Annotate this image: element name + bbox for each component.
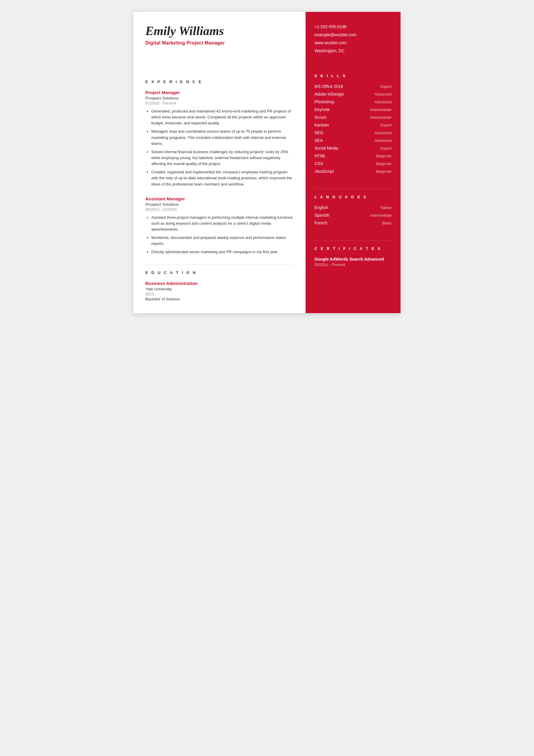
lang-french-level: Basic xyxy=(382,221,392,225)
skill-kanban: Kanban Expert xyxy=(315,122,392,127)
languages-section: L A N G U A G E S English Native Spanish… xyxy=(315,195,392,225)
job-1-title: Project Manager xyxy=(145,90,294,95)
edu-type: Bachelor of Science xyxy=(145,297,294,301)
header-left: Emily Williams Digital Marketing Project… xyxy=(134,12,306,65)
skill-scrum-level: Intermediate xyxy=(370,115,392,120)
skill-social-media: Social Media Expert xyxy=(315,146,392,150)
job-2: Assistant Manager Prospect Solutions 09/… xyxy=(145,196,294,255)
lang-french-name: French xyxy=(315,221,327,225)
education-section-title: E D U C A T I O N xyxy=(145,270,294,275)
job-2-dates: 09/2013 - 12/2014 xyxy=(145,207,294,212)
skills-section: S K I L L S MS Office 2016 Expert Adobe … xyxy=(315,74,392,174)
skill-javascript-level: Beginner xyxy=(376,169,392,174)
job-2-bullets: Assisted three project managers in perfo… xyxy=(145,215,294,255)
skill-kanban-name: Kanban xyxy=(315,122,329,127)
skill-adobe-indesign-name: Adobe InDesign xyxy=(315,92,344,96)
skills-section-title: S K I L L S xyxy=(315,74,392,78)
skill-html-level: Beginner xyxy=(376,154,392,158)
job-1-bullets: Generated, produced and maintained 42 en… xyxy=(145,108,294,187)
resume: Emily Williams Digital Marketing Project… xyxy=(134,12,400,313)
contact-location: Washington, DC xyxy=(315,48,392,54)
job-1: Project Manager Prospect Solutions 01/20… xyxy=(145,90,294,187)
job-1-bullet-2: Managed, lead and coordinated various te… xyxy=(151,128,294,146)
skill-sea-level: Advanced xyxy=(374,138,392,143)
lang-spanish: Spanish Intermediate xyxy=(315,213,392,218)
skill-seo: SEO Advanced xyxy=(315,130,392,135)
edu-degree: Business Administration xyxy=(145,281,294,286)
skill-social-media-name: Social Media xyxy=(315,146,338,150)
skill-javascript-name: JavaScript xyxy=(315,169,334,174)
skill-css-level: Beginner xyxy=(376,161,392,166)
experience-section-title: E X P E R I E N C E xyxy=(145,80,294,84)
lang-english: English Native xyxy=(315,205,392,210)
left-column: E X P E R I E N C E Project Manager Pros… xyxy=(134,65,306,313)
education-section: E D U C A T I O N Business Administratio… xyxy=(145,270,294,301)
job-2-title: Assistant Manager xyxy=(145,196,294,201)
skill-photoshop-level: Advanced xyxy=(374,100,392,104)
skill-kanban-level: Expert xyxy=(380,123,392,127)
skill-adobe-indesign-level: Advanced xyxy=(374,92,392,96)
job-1-bullet-4: Created, organized and implemented the c… xyxy=(151,169,294,187)
job-2-bullet-3: Directly administrated seven marketing a… xyxy=(151,249,294,255)
skill-adobe-indesign: Adobe InDesign Advanced xyxy=(315,92,392,96)
edu-school: Yale University xyxy=(145,287,294,291)
certificates-section: C E R T I F I C A T E S Google AdWords S… xyxy=(315,246,392,267)
edu-year: 2013 xyxy=(145,292,294,296)
skill-seo-name: SEO xyxy=(315,130,323,135)
skills-lang-divider xyxy=(315,188,392,189)
job-1-bullet-3: Solved internal financial business chall… xyxy=(151,149,294,167)
skill-ms-office: MS Office 2016 Expert xyxy=(315,84,392,89)
skill-html: HTML Beginner xyxy=(315,153,392,158)
certificates-section-title: C E R T I F I C A T E S xyxy=(315,246,392,251)
lang-french: French Basic xyxy=(315,221,392,225)
lang-cert-divider xyxy=(315,240,392,240)
lang-cert-spacer xyxy=(315,228,392,234)
lang-spanish-level: Intermediate xyxy=(370,213,392,218)
skill-photoshop: Photoshop Advanced xyxy=(315,99,392,104)
main-content: E X P E R I E N C E Project Manager Pros… xyxy=(134,65,400,313)
skill-social-media-level: Expert xyxy=(380,146,392,150)
languages-section-title: L A N G U A G E S xyxy=(315,195,392,199)
skill-keynote: Keynote Intermediate xyxy=(315,107,392,112)
skill-sea: SEA Advanced xyxy=(315,138,392,143)
job-2-bullet-1: Assisted three project managers in perfo… xyxy=(151,215,294,232)
contact-phone: +1-202-555-0196 xyxy=(315,24,392,30)
job-2-company: Prospect Solutions xyxy=(145,202,294,206)
lang-spanish-name: Spanish xyxy=(315,213,330,218)
skill-ms-office-name: MS Office 2016 xyxy=(315,84,343,89)
cert-1-name: Google AdWords Search Advanced xyxy=(315,257,392,261)
right-column: S K I L L S MS Office 2016 Expert Adobe … xyxy=(306,65,400,313)
skill-photoshop-name: Photoshop xyxy=(315,99,334,104)
lang-english-name: English xyxy=(315,205,328,210)
skill-keynote-level: Intermediate xyxy=(370,107,392,112)
skill-css: CSS Beginner xyxy=(315,161,392,166)
header-right: +1-202-555-0196 example@wozber.com www.w… xyxy=(306,12,400,65)
skill-css-name: CSS xyxy=(315,161,323,166)
cert-1-dates: 03/2014 - Present xyxy=(315,262,392,267)
skill-scrum: Scrum Intermediate xyxy=(315,115,392,120)
skill-javascript: JavaScript Beginner xyxy=(315,169,392,174)
job-2-bullet-2: Monitored, documented and prepared weekl… xyxy=(151,235,294,247)
skill-html-name: HTML xyxy=(315,153,326,158)
edu-divider xyxy=(145,264,294,264)
contact-email: example@wozber.com xyxy=(315,32,392,38)
job-1-bullet-1: Generated, produced and maintained 42 en… xyxy=(151,108,294,126)
experience-section: E X P E R I E N C E Project Manager Pros… xyxy=(145,80,294,255)
skill-seo-level: Advanced xyxy=(374,131,392,135)
skill-ms-office-level: Expert xyxy=(380,84,392,89)
header-section: Emily Williams Digital Marketing Project… xyxy=(134,12,400,65)
lang-english-level: Native xyxy=(381,205,392,210)
candidate-title: Digital Marketing Project Manager xyxy=(145,40,294,46)
skill-sea-name: SEA xyxy=(315,138,323,143)
skills-languages-spacer xyxy=(315,176,392,182)
candidate-name: Emily Williams xyxy=(145,24,294,38)
job-1-dates: 01/2015 - Present xyxy=(145,101,294,105)
job-1-company: Prospect Solutions xyxy=(145,96,294,100)
skill-scrum-name: Scrum xyxy=(315,115,326,120)
contact-website: www.wozber.com xyxy=(315,40,392,46)
skill-keynote-name: Keynote xyxy=(315,107,330,112)
